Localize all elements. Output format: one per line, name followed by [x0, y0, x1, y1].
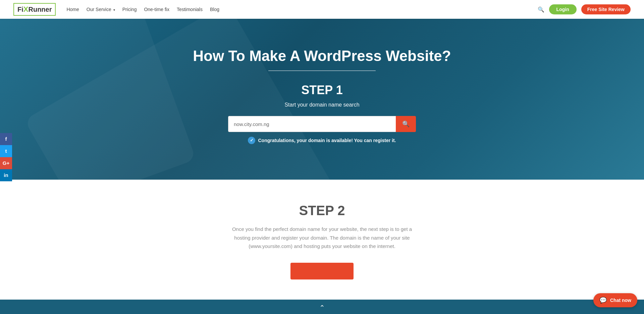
- nav-links: Home Our Service ▾ Pricing One-time fix …: [66, 6, 219, 12]
- step2-description: Once you find the perfect domain name fo…: [228, 225, 416, 251]
- scroll-up-arrow-icon: ⌃: [319, 304, 325, 312]
- nav-link-blog[interactable]: Blog: [210, 7, 219, 12]
- logo[interactable]: FiXRunner: [13, 3, 56, 16]
- domain-search-input[interactable]: [228, 116, 396, 132]
- logo-fix-text: Fi: [17, 6, 23, 13]
- step1-subtitle: Start your domain name search: [284, 102, 359, 108]
- login-button[interactable]: Login: [549, 4, 577, 14]
- social-twitter-button[interactable]: t: [0, 145, 12, 157]
- hero-divider: [268, 70, 376, 71]
- logo-x-text: X: [23, 5, 29, 14]
- step2-button[interactable]: [290, 263, 354, 279]
- domain-success-message: ✓ Congratulations, your domain is availa…: [248, 137, 396, 144]
- nav-item-our-service[interactable]: Our Service ▾: [87, 6, 115, 12]
- hero-section: How To Make A WordPress Website? STEP 1 …: [0, 19, 644, 180]
- nav-link-our-service[interactable]: Our Service ▾: [87, 7, 115, 12]
- navbar: FiXRunner Home Our Service ▾ Pricing One…: [0, 0, 644, 19]
- chat-label: Chat now: [610, 298, 631, 303]
- social-googleplus-button[interactable]: G+: [0, 157, 12, 169]
- nav-link-home[interactable]: Home: [66, 7, 79, 12]
- step1-heading: STEP 1: [301, 83, 342, 97]
- logo-runner-text: Runner: [28, 6, 52, 13]
- nav-link-pricing[interactable]: Pricing: [122, 7, 137, 12]
- navbar-right: 🔍 Login Free Site Review: [538, 4, 631, 14]
- chat-widget[interactable]: 💬 Chat now: [593, 293, 637, 307]
- navbar-left: FiXRunner Home Our Service ▾ Pricing One…: [13, 3, 219, 16]
- search-icon: 🔍: [402, 120, 410, 128]
- step2-heading: STEP 2: [7, 203, 637, 218]
- our-service-arrow-icon: ▾: [113, 8, 115, 12]
- nav-item-home[interactable]: Home: [66, 6, 79, 12]
- success-check-icon: ✓: [248, 137, 255, 144]
- hero-title: How To Make A WordPress Website?: [193, 48, 451, 64]
- nav-item-pricing[interactable]: Pricing: [122, 6, 137, 12]
- step2-section: STEP 2 Once you find the perfect domain …: [0, 180, 644, 300]
- social-facebook-button[interactable]: f: [0, 133, 12, 145]
- free-site-review-button[interactable]: Free Site Review: [581, 4, 631, 14]
- social-linkedin-button[interactable]: in: [0, 169, 12, 181]
- nav-item-one-time-fix[interactable]: One-time fix: [144, 6, 169, 12]
- chat-icon: 💬: [599, 297, 607, 304]
- nav-link-testimonials[interactable]: Testimonials: [177, 7, 203, 12]
- social-sidebar: f t G+ in: [0, 133, 12, 181]
- search-icon[interactable]: 🔍: [538, 6, 544, 13]
- domain-search-button[interactable]: 🔍: [396, 116, 416, 132]
- nav-item-testimonials[interactable]: Testimonials: [177, 6, 203, 12]
- scroll-up-bar[interactable]: ⌃: [0, 300, 644, 314]
- domain-search-row: 🔍: [228, 116, 416, 132]
- nav-item-blog[interactable]: Blog: [210, 6, 219, 12]
- nav-link-one-time-fix[interactable]: One-time fix: [144, 7, 169, 12]
